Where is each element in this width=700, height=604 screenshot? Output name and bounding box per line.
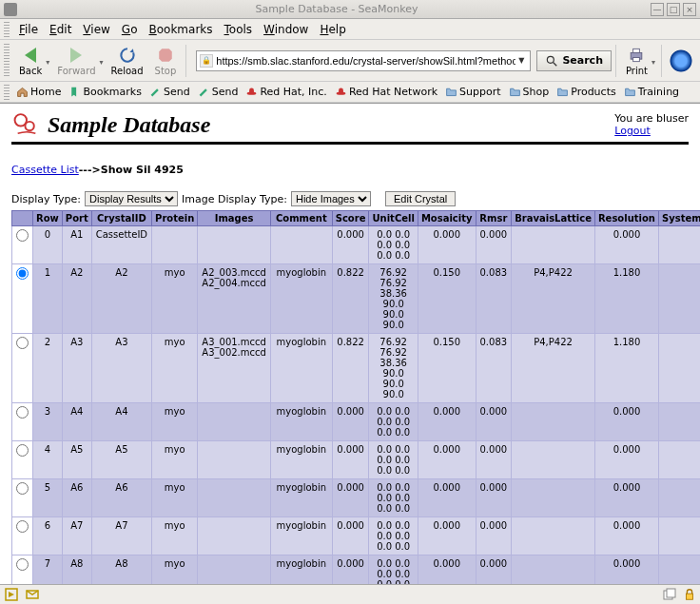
pen-icon xyxy=(149,86,162,98)
logo-icon xyxy=(11,111,42,138)
reload-button[interactable]: Reload xyxy=(106,43,149,78)
link-redhat[interactable]: Red Hat, Inc. xyxy=(243,85,329,99)
column-header: Score xyxy=(332,211,369,226)
link-support[interactable]: Support xyxy=(442,85,503,99)
link-shop[interactable]: Shop xyxy=(506,85,553,99)
link-send-2[interactable]: Send xyxy=(195,85,242,99)
cell-cid: CassetteID xyxy=(91,226,151,264)
maximize-button[interactable]: □ xyxy=(667,3,680,16)
cell-img xyxy=(198,226,271,264)
cell-port: A5 xyxy=(62,441,91,479)
dropdown-icon[interactable]: ▼ xyxy=(515,56,527,65)
close-button[interactable]: × xyxy=(683,3,696,16)
cell-prot: myo xyxy=(152,555,198,585)
cell-rmsr: 0.000 xyxy=(476,403,512,441)
cell-row: 1 xyxy=(33,264,63,334)
cell-row: 3 xyxy=(33,403,63,441)
row-select-radio[interactable] xyxy=(16,267,29,280)
image-display-label: Image Display Type: xyxy=(182,193,287,205)
menu-tools[interactable]: Tools xyxy=(219,21,259,38)
cell-row: 6 xyxy=(33,517,63,555)
display-type-label: Display Type: xyxy=(11,193,81,205)
row-select-radio[interactable] xyxy=(16,337,29,349)
cell-rmsr: 0.000 xyxy=(476,441,512,479)
column-header: BravaisLattice xyxy=(512,211,595,226)
menu-edit[interactable]: Edit xyxy=(44,21,77,38)
table-row: 0A1CassetteID0.0000.0 0.0 0.0 0.0 0.0 0.… xyxy=(12,226,701,264)
edit-crystal-button[interactable]: Edit Crystal xyxy=(385,191,456,206)
cell-brav xyxy=(512,441,595,479)
cell-row: 2 xyxy=(33,334,63,403)
display-type-select[interactable]: Display Results xyxy=(85,191,178,206)
image-display-select[interactable]: Hide Images xyxy=(291,191,371,206)
menu-window[interactable]: Window xyxy=(258,21,314,38)
dropdown-icon[interactable]: ▾ xyxy=(651,58,657,64)
table-row: 1A2A2myoA2_003.mccd A2_004.mccdmyoglobin… xyxy=(12,264,701,334)
link-training[interactable]: Training xyxy=(621,85,682,99)
cell-prot: myo xyxy=(152,264,198,334)
cell-port: A2 xyxy=(62,264,91,334)
cell-brav xyxy=(512,226,595,264)
row-select-radio[interactable] xyxy=(16,482,29,495)
cell-warn xyxy=(658,441,700,479)
print-button[interactable]: Print xyxy=(620,43,653,78)
row-select-radio[interactable] xyxy=(16,406,29,419)
link-send-1[interactable]: Send xyxy=(146,85,193,99)
navigator-icon[interactable] xyxy=(4,587,19,602)
stop-button: Stop xyxy=(149,43,183,78)
mail-icon[interactable] xyxy=(25,587,40,602)
search-button[interactable]: Search xyxy=(536,50,612,71)
cell-res: 1.180 xyxy=(594,264,658,334)
table-row: 7A8A8myomyoglobin0.0000.0 0.0 0.0 0.0 0.… xyxy=(12,555,701,585)
row-select-radio[interactable] xyxy=(16,520,29,533)
cell-port: A6 xyxy=(62,479,91,517)
url-input[interactable] xyxy=(216,55,515,67)
column-header: Protein xyxy=(152,211,198,226)
cell-warn xyxy=(658,479,700,517)
cell-row: 7 xyxy=(33,555,63,585)
link-home[interactable]: Home xyxy=(13,85,64,99)
popup-icon[interactable] xyxy=(662,587,677,602)
cell-rmsr: 0.000 xyxy=(476,555,512,585)
cell-cid: A6 xyxy=(91,479,151,517)
cell-brav: P4,P422 xyxy=(512,334,595,403)
cell-img xyxy=(198,555,271,585)
toolbar: Back▾ Forward▾ Reload Stop 🔒 ▼ Search Pr… xyxy=(0,40,700,82)
menu-help[interactable]: Help xyxy=(314,21,351,38)
breadcrumb-link[interactable]: Cassette List xyxy=(11,164,79,176)
breadcrumb: Cassette List--->Show Sil 4925 xyxy=(11,164,689,176)
link-bookmarks[interactable]: Bookmarks xyxy=(66,85,144,99)
cell-uc: 0.0 0.0 0.0 0.0 0.0 0.0 xyxy=(369,403,418,441)
cell-port: A8 xyxy=(62,555,91,585)
titlebar: Sample Database - SeaMonkey — □ × xyxy=(0,0,700,19)
cell-brav xyxy=(512,479,595,517)
link-toolbar: Home Bookmarks Send Send Red Hat, Inc. R… xyxy=(0,82,700,103)
table-row: 2A3A3myoA3_001.mccd A3_002.mccdmyoglobin… xyxy=(12,334,701,403)
menu-go[interactable]: Go xyxy=(116,21,144,38)
svg-line-2 xyxy=(554,62,557,66)
cell-comment: myoglobin xyxy=(270,441,332,479)
cell-brav xyxy=(512,555,595,585)
link-products[interactable]: Products xyxy=(554,85,619,99)
menu-file[interactable]: File xyxy=(13,21,44,38)
cell-comment: myoglobin xyxy=(270,334,332,403)
minimize-button[interactable]: — xyxy=(651,3,664,16)
column-header xyxy=(12,211,33,226)
cell-mos: 0.000 xyxy=(418,403,476,441)
menu-bookmarks[interactable]: Bookmarks xyxy=(143,21,218,38)
svg-marker-0 xyxy=(159,49,172,62)
back-button[interactable]: Back xyxy=(13,43,48,78)
cell-uc: 0.0 0.0 0.0 0.0 0.0 0.0 xyxy=(369,479,418,517)
row-select-radio[interactable] xyxy=(16,558,29,571)
row-select-radio[interactable] xyxy=(16,229,29,242)
cell-prot xyxy=(152,226,198,264)
cell-uc: 0.0 0.0 0.0 0.0 0.0 0.0 xyxy=(369,517,418,555)
row-select-radio[interactable] xyxy=(16,444,29,457)
menu-view[interactable]: View xyxy=(77,21,115,38)
link-rhn[interactable]: Red Hat Network xyxy=(332,85,440,99)
cell-uc: 76.92 76.92 38.36 90.0 90.0 90.0 xyxy=(369,264,418,334)
security-icon: 🔒 xyxy=(200,54,213,68)
url-bar[interactable]: 🔒 ▼ xyxy=(196,50,531,71)
logout-link[interactable]: Logout xyxy=(614,125,651,137)
cell-rmsr: 0.083 xyxy=(476,264,512,334)
